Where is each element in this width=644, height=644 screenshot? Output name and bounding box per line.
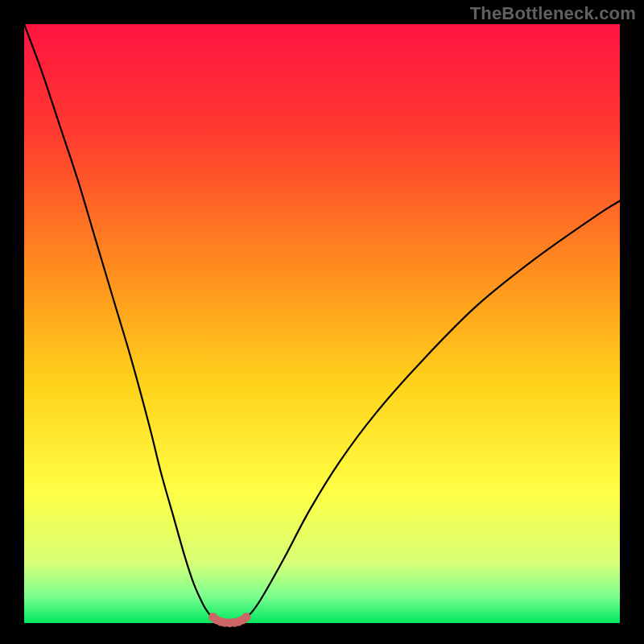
chart-stage: TheBottleneck.com <box>0 0 644 644</box>
attribution-text: TheBottleneck.com <box>470 3 636 24</box>
valley-marker <box>242 613 251 621</box>
plot-background <box>24 24 620 623</box>
bottleneck-chart <box>0 0 644 644</box>
